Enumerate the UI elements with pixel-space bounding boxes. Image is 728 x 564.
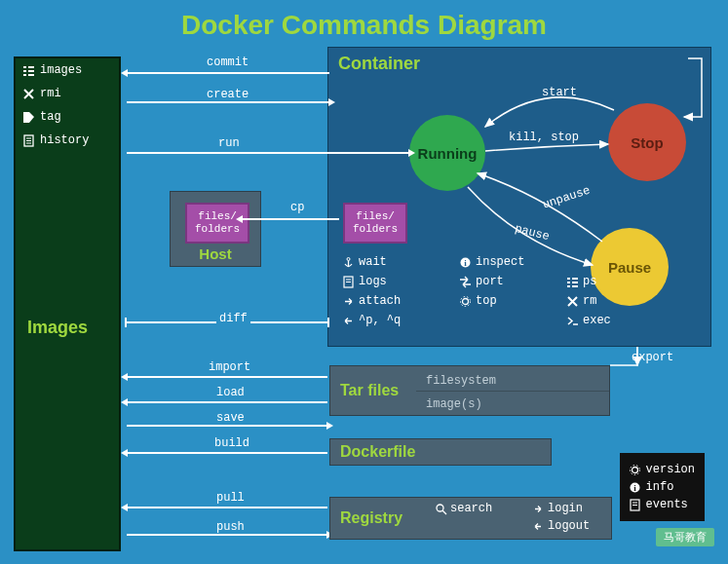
killstop-label: kill, stop: [509, 131, 579, 144]
info-cmd: iinfo: [630, 478, 695, 496]
run-arrow: [127, 152, 409, 154]
search-icon: [436, 504, 446, 514]
registry-panel: Registry search login logout: [329, 497, 612, 540]
rm-cmd: rm: [567, 294, 674, 308]
version-cmd: version: [630, 461, 695, 478]
label: tag: [40, 110, 61, 124]
svg-point-26: [437, 505, 443, 511]
gear-icon: [460, 296, 471, 307]
host-files-box: files/ folders: [185, 203, 249, 244]
top-cmd: top: [460, 294, 567, 308]
diagram-title: Docker Commands Diagram: [0, 0, 728, 46]
rmi-cmd: rmi: [16, 82, 119, 105]
svg-rect-3: [28, 70, 34, 72]
doc-icon: [23, 135, 34, 146]
svg-rect-5: [28, 74, 34, 76]
svg-rect-4: [23, 74, 26, 76]
prompt-icon: [567, 316, 578, 326]
pull-label: pull: [216, 491, 245, 505]
doc-icon: [343, 277, 354, 287]
save-arrow: [127, 425, 327, 427]
import-arrow: [127, 376, 327, 378]
tar-panel: Tar files filesystem image(s): [329, 365, 610, 416]
doc-icon: [630, 500, 640, 510]
create-label: create: [207, 88, 249, 101]
start-label: start: [542, 86, 577, 99]
tag-cmd: tag: [16, 105, 119, 129]
pull-arrow: [127, 507, 327, 508]
running-state: Running: [409, 115, 485, 191]
images-panel-title: Images: [16, 152, 119, 338]
tar-images: image(s): [426, 397, 482, 411]
tag-icon: [23, 112, 34, 123]
save-label: save: [216, 411, 245, 425]
anchor-icon: [343, 257, 354, 268]
import-label: import: [209, 360, 250, 374]
list-icon: [23, 65, 34, 76]
container-commands: wait iinspect logs port ps attach top rm…: [343, 255, 704, 327]
diff-label: diff: [216, 312, 250, 325]
login-cmd: login: [533, 502, 611, 515]
stop-state: Stop: [608, 103, 686, 181]
x-icon: [567, 296, 578, 307]
events-cmd: events: [630, 496, 695, 513]
svg-point-10: [347, 257, 350, 260]
label: rmi: [40, 87, 61, 100]
svg-rect-21: [567, 285, 570, 287]
tar-title: Tar files: [340, 382, 399, 399]
run-label: run: [218, 136, 240, 150]
port-cmd: port: [460, 275, 567, 288]
svg-rect-22: [572, 285, 578, 287]
svg-rect-0: [23, 66, 26, 68]
container-title: Container: [338, 54, 710, 74]
dockerfile-panel: Dockerfile: [329, 438, 552, 466]
registry-title: Registry: [340, 509, 402, 527]
watermark: 马哥教育: [656, 528, 714, 546]
history-cmd: history: [16, 129, 119, 152]
attach-cmd: attach: [343, 294, 460, 308]
swap-icon: [460, 277, 471, 287]
inspect-cmd: iinspect: [460, 255, 567, 269]
images-cmd: images: [16, 58, 119, 82]
login-icon: [533, 504, 544, 514]
svg-line-27: [442, 510, 446, 514]
label: images: [40, 63, 82, 77]
svg-rect-18: [572, 278, 578, 280]
host-title: Host: [171, 245, 260, 262]
container-files-box: files/ folders: [343, 203, 407, 244]
wait-cmd: wait: [343, 255, 460, 269]
cp-label: cp: [290, 201, 304, 214]
commit-label: commit: [207, 56, 249, 69]
svg-point-28: [632, 467, 637, 472]
search-cmd: search: [436, 502, 533, 515]
build-arrow: [127, 452, 327, 454]
info-icon: i: [630, 482, 640, 493]
x-icon: [23, 89, 34, 99]
enter-icon: [343, 296, 354, 307]
logout-cmd: logout: [533, 519, 611, 533]
meta-panel: version iinfo events: [620, 453, 705, 521]
exit-icon: [343, 316, 354, 326]
svg-rect-19: [567, 282, 570, 283]
export-label: export: [632, 351, 673, 364]
commit-arrow: [127, 72, 329, 74]
dockerfile-title: Dockerfile: [340, 443, 415, 460]
create-arrow: [127, 101, 329, 103]
svg-rect-17: [567, 278, 570, 280]
ps-cmd: ps: [567, 275, 674, 288]
detach-cmd: ^p, ^q: [343, 314, 460, 327]
svg-rect-2: [23, 70, 26, 72]
load-label: load: [216, 386, 245, 399]
gear-icon: [630, 465, 640, 475]
images-panel: images rmi tag history Images: [14, 56, 121, 551]
build-label: build: [214, 436, 249, 450]
svg-rect-20: [572, 282, 578, 283]
list-icon: [567, 277, 578, 287]
logs-cmd: logs: [343, 275, 460, 288]
tar-filesystem: filesystem: [426, 374, 496, 388]
svg-point-23: [463, 298, 469, 304]
svg-rect-1: [28, 66, 34, 68]
label: history: [40, 133, 89, 147]
info-icon: i: [460, 257, 471, 268]
push-arrow: [127, 534, 327, 536]
